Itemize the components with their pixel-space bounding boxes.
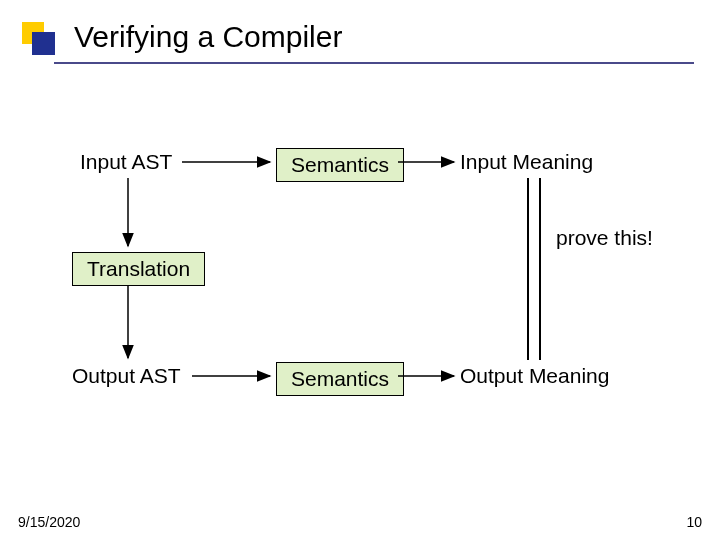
title-bar: Verifying a Compiler	[0, 0, 720, 70]
node-output-meaning: Output Meaning	[460, 364, 609, 388]
node-output-ast: Output AST	[72, 364, 181, 388]
node-input-ast: Input AST	[80, 150, 172, 174]
node-translation: Translation	[72, 252, 205, 286]
footer-date: 9/15/2020	[18, 514, 80, 530]
node-input-meaning: Input Meaning	[460, 150, 593, 174]
logo-icon	[22, 22, 56, 56]
diagram-canvas: Input AST Semantics Input Meaning Transl…	[0, 70, 720, 500]
footer-page: 10	[686, 514, 702, 530]
node-semantics-bottom: Semantics	[276, 362, 404, 396]
page-title: Verifying a Compiler	[74, 20, 342, 54]
node-semantics-top: Semantics	[276, 148, 404, 182]
title-underline	[54, 62, 694, 64]
annotation-prove-this: prove this!	[556, 226, 653, 250]
